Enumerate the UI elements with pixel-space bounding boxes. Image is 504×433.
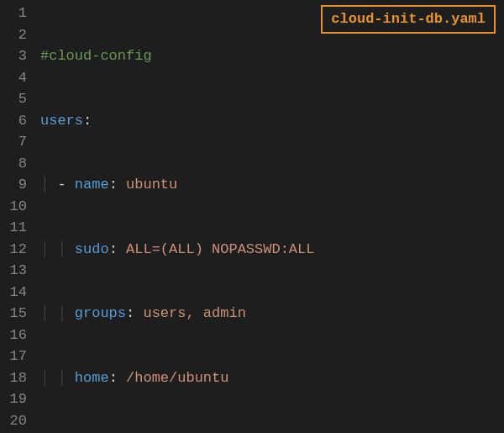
- code-line: │ - name: ubuntu: [40, 174, 504, 196]
- line-number: 6: [0, 110, 35, 132]
- line-number: 4: [0, 67, 35, 89]
- yaml-colon: :: [109, 370, 126, 386]
- indent-guide: │ │: [40, 241, 75, 257]
- indent-guide: │ │: [40, 305, 75, 321]
- yaml-value: users, admin: [143, 305, 245, 321]
- line-number: 19: [0, 388, 35, 410]
- line-number: 14: [0, 282, 35, 304]
- yaml-dash: -: [57, 177, 74, 193]
- code-editor: cloud-init-db.yaml 1 2 3 4 5 6 7 8 9 10 …: [0, 0, 504, 433]
- yaml-value: /home/ubuntu: [126, 370, 228, 386]
- indent-guide: │ │: [40, 370, 75, 386]
- line-number-gutter: 1 2 3 4 5 6 7 8 9 10 11 12 13 14 15 16 1…: [0, 0, 35, 433]
- line-number: 9: [0, 174, 35, 196]
- code-line: │ │ sudo: ALL=(ALL) NOPASSWD:ALL: [40, 239, 504, 261]
- line-number: 1: [0, 3, 35, 24]
- yaml-key: home: [75, 370, 109, 386]
- code-area[interactable]: #cloud-config users: │ - name: ubuntu │ …: [35, 0, 504, 433]
- yaml-colon: :: [109, 241, 126, 257]
- yaml-key: sudo: [75, 241, 109, 257]
- line-number: 5: [0, 88, 35, 110]
- line-number: 17: [0, 346, 35, 367]
- line-number: 12: [0, 239, 35, 261]
- code-line: users:: [40, 110, 504, 132]
- indent-guide: │: [40, 177, 57, 193]
- line-number: 2: [0, 24, 35, 46]
- yaml-colon: :: [109, 177, 126, 193]
- line-number: 8: [0, 153, 35, 175]
- line-number: 10: [0, 196, 35, 218]
- line-number: 3: [0, 45, 35, 67]
- yaml-key: users: [40, 113, 83, 129]
- yaml-value: ubuntu: [126, 177, 177, 193]
- line-number: 13: [0, 260, 35, 282]
- code-line: │ │ groups: users, admin: [40, 303, 504, 325]
- code-line: │ │ home: /home/ubuntu: [40, 367, 504, 389]
- yaml-colon: :: [126, 305, 143, 321]
- line-number: 15: [0, 303, 35, 325]
- yaml-comment: #cloud-config: [40, 48, 152, 64]
- line-number: 7: [0, 131, 35, 153]
- line-number: 18: [0, 367, 35, 389]
- filename-badge: cloud-init-db.yaml: [321, 5, 496, 34]
- line-number: 16: [0, 325, 35, 346]
- yaml-colon: :: [83, 113, 92, 129]
- line-number: 20: [0, 410, 35, 432]
- yaml-key: name: [75, 177, 109, 193]
- yaml-key: groups: [75, 305, 126, 321]
- line-number: 11: [0, 217, 35, 239]
- code-line: #cloud-config: [40, 45, 504, 67]
- yaml-value: ALL=(ALL) NOPASSWD:ALL: [126, 241, 314, 257]
